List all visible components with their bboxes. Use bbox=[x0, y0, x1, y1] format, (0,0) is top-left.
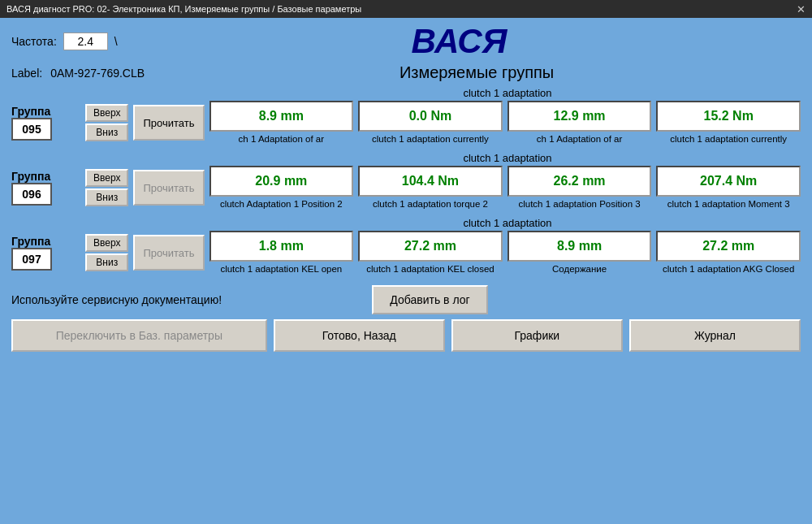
group-096-value-1: 104.4 Nm bbox=[358, 166, 503, 197]
label-value: 0AM-927-769.CLB bbox=[50, 67, 145, 80]
group-097-section: clutch 1 adaptation Группа 097 Вверх Вни… bbox=[11, 217, 801, 275]
frequency-input[interactable] bbox=[63, 32, 108, 50]
group-097-read-button[interactable]: Прочитать bbox=[133, 235, 204, 271]
group-096-cell-0: 20.9 mm clutch Adaptation 1 Position 2 bbox=[209, 166, 354, 210]
group-097-label: Группа bbox=[11, 235, 50, 248]
group-096-read-button[interactable]: Прочитать bbox=[133, 170, 204, 206]
group-096-label-1: clutch 1 adaptation torque 2 bbox=[373, 198, 488, 210]
graphics-button[interactable]: Графики bbox=[451, 319, 623, 352]
group-095-up-button[interactable]: Вверх bbox=[85, 104, 128, 122]
group-095-down-button[interactable]: Вниз bbox=[85, 123, 128, 141]
title-bar-text: ВАСЯ диагност PRO: 02- Электроника КП, И… bbox=[6, 4, 361, 14]
group-095-read-button[interactable]: Прочитать bbox=[133, 105, 204, 141]
title-bar: ВАСЯ диагност PRO: 02- Электроника КП, И… bbox=[0, 0, 812, 18]
group-095-header: clutch 1 adaptation bbox=[214, 87, 801, 99]
bottom-section: Используйте сервисную документацию! Доба… bbox=[11, 285, 801, 352]
group-097-row: Группа 097 Вверх Вниз Прочитать 1.8 mm c… bbox=[11, 231, 801, 275]
journal-button[interactable]: Журнал bbox=[629, 319, 801, 352]
app-title: ВАСЯ bbox=[118, 24, 801, 58]
group-095-cell-2: 12.9 mm ch 1 Adaptation of ar bbox=[508, 101, 652, 145]
group-097-up-button[interactable]: Вверх bbox=[85, 234, 128, 252]
group-097-value-2: 8.9 mm bbox=[508, 231, 652, 262]
group-095-number: 095 bbox=[11, 118, 52, 141]
frequency-label: Частота: bbox=[11, 35, 57, 48]
group-096-label-3: clutch 1 adaptation Moment 3 bbox=[667, 198, 790, 210]
group-096-up-button[interactable]: Вверх bbox=[85, 169, 128, 187]
group-095-label-3: clutch 1 adaptation currently bbox=[670, 133, 787, 145]
group-097-value-1: 27.2 mm bbox=[358, 231, 503, 262]
header-row: Частота: \ ВАСЯ bbox=[11, 24, 801, 58]
group-095-row: Группа 095 Вверх Вниз Прочитать 8.9 mm c… bbox=[11, 101, 801, 145]
group-095-label-2: ch 1 Adaptation of ar bbox=[537, 133, 623, 145]
group-096-cell-3: 207.4 Nm clutch 1 adaptation Moment 3 bbox=[656, 166, 801, 210]
service-doc-label: Используйте сервисную документацию! bbox=[11, 293, 222, 306]
group-095-label-1: clutch 1 adaptation currently bbox=[372, 133, 489, 145]
group-097-label-1: clutch 1 adaptation KEL closed bbox=[366, 263, 495, 275]
group-095-cell-0: 8.9 mm ch 1 Adaptation of ar bbox=[209, 101, 354, 145]
group-097-label-2: Содержание bbox=[552, 263, 607, 275]
label-key: Label: bbox=[11, 67, 42, 80]
group-097-cell-2: 8.9 mm Содержание bbox=[508, 231, 652, 275]
group-095-label-0: ch 1 Adaptation of ar bbox=[239, 133, 325, 145]
add-log-button[interactable]: Добавить в лог bbox=[372, 285, 487, 314]
group-097-label-3: clutch 1 adaptation AKG Closed bbox=[663, 263, 794, 275]
group-095-value-0: 8.9 mm bbox=[209, 101, 354, 132]
group-096-data-cells: 20.9 mm clutch Adaptation 1 Position 2 1… bbox=[209, 166, 801, 210]
group-096-label-0: clutch Adaptation 1 Position 2 bbox=[220, 198, 343, 210]
group-096-number: 096 bbox=[11, 183, 52, 206]
bottom-row1: Используйте сервисную документацию! Доба… bbox=[11, 285, 801, 314]
group-095-cell-3: 15.2 Nm clutch 1 adaptation currently bbox=[656, 101, 801, 145]
bottom-row2: Переключить в Баз. параметры Готово, Наз… bbox=[11, 319, 801, 352]
group-097-cell-0: 1.8 mm clutch 1 adaptation KEL open bbox=[209, 231, 354, 275]
group-097-data-cells: 1.8 mm clutch 1 adaptation KEL open 27.2… bbox=[209, 231, 801, 275]
group-096-label-2: clutch 1 adaptation Position 3 bbox=[518, 198, 640, 210]
group-095-updown: Вверх Вниз bbox=[85, 104, 128, 141]
group-097-cell-3: 27.2 mm clutch 1 adaptation AKG Closed bbox=[656, 231, 801, 275]
main-content: Частота: \ ВАСЯ Label: 0AM-927-769.CLB И… bbox=[0, 18, 812, 524]
group-095-data-cells: 8.9 mm ch 1 Adaptation of ar 0.0 Nm clut… bbox=[209, 101, 801, 145]
group-097-down-button[interactable]: Вниз bbox=[85, 253, 128, 271]
group-096-value-3: 207.4 Nm bbox=[656, 166, 801, 197]
group-097-value-0: 1.8 mm bbox=[209, 231, 354, 262]
group-097-number: 097 bbox=[11, 248, 52, 271]
measured-title: Измеряемые группы bbox=[153, 63, 801, 82]
group-096-header: clutch 1 adaptation bbox=[214, 152, 801, 164]
group-095-section: clutch 1 adaptation Группа 095 Вверх Вни… bbox=[11, 87, 801, 145]
group-097-header: clutch 1 adaptation bbox=[214, 217, 801, 229]
group-097-cell-1: 27.2 mm clutch 1 adaptation KEL closed bbox=[358, 231, 503, 275]
group-095-cell-1: 0.0 Nm clutch 1 adaptation currently bbox=[358, 101, 503, 145]
group-096-value-0: 20.9 mm bbox=[209, 166, 354, 197]
group-096-cell-2: 26.2 mm clutch 1 adaptation Position 3 bbox=[508, 166, 652, 210]
group-097-updown: Вверх Вниз bbox=[85, 234, 128, 271]
label-row: Label: 0AM-927-769.CLB Измеряемые группы bbox=[11, 63, 801, 82]
group-097-label-0: clutch 1 adaptation KEL open bbox=[220, 263, 342, 275]
group-095-value-2: 12.9 mm bbox=[508, 101, 652, 132]
frequency-section: Частота: \ bbox=[11, 32, 118, 50]
group-096-down-button[interactable]: Вниз bbox=[85, 188, 128, 206]
group-096-updown: Вверх Вниз bbox=[85, 169, 128, 206]
group-096-label: Группа bbox=[11, 170, 50, 183]
group-096-cell-1: 104.4 Nm clutch 1 adaptation torque 2 bbox=[358, 166, 503, 210]
group-097-value-3: 27.2 mm bbox=[656, 231, 801, 262]
group-095-label: Группа bbox=[11, 105, 50, 118]
group-096-row: Группа 096 Вверх Вниз Прочитать 20.9 mm … bbox=[11, 166, 801, 210]
close-icon[interactable]: ✕ bbox=[797, 3, 806, 15]
group-096-value-2: 26.2 mm bbox=[508, 166, 652, 197]
switch-base-params-button[interactable]: Переключить в Баз. параметры bbox=[11, 319, 267, 352]
group-096-section: clutch 1 adaptation Группа 096 Вверх Вни… bbox=[11, 152, 801, 210]
group-095-value-3: 15.2 Nm bbox=[656, 101, 801, 132]
done-back-button[interactable]: Готово, Назад bbox=[274, 319, 445, 352]
group-095-value-1: 0.0 Nm bbox=[358, 101, 503, 132]
